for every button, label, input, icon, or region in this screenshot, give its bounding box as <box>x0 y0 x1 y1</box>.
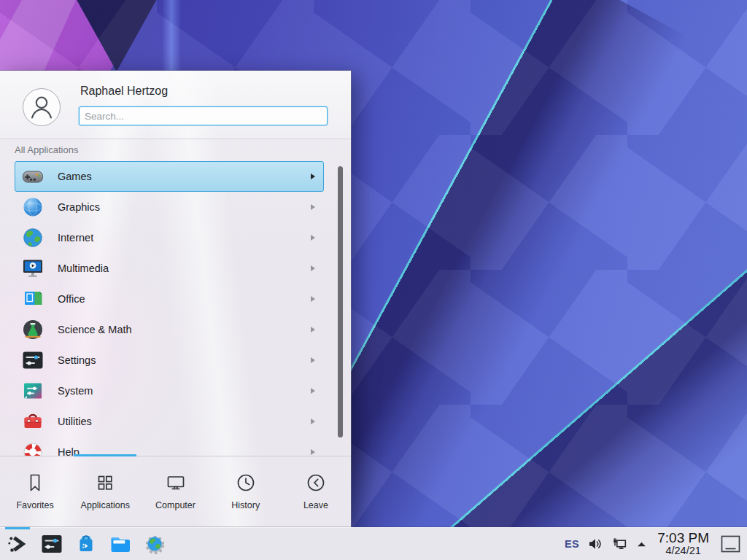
tab-label: Applications <box>81 500 130 510</box>
system-settings-button[interactable] <box>39 532 64 556</box>
submenu-arrow-icon <box>311 204 315 210</box>
category-label: Utilities <box>58 416 92 427</box>
category-label: Internet <box>58 232 93 244</box>
leave-icon <box>305 472 327 494</box>
web-browser-button[interactable] <box>142 532 167 556</box>
search-input[interactable] <box>79 106 328 125</box>
show-desktop-button[interactable] <box>721 535 740 553</box>
utilities-toolbox-icon <box>21 410 44 433</box>
launcher-header: Raphael Hertzog <box>0 71 351 139</box>
expand-tray-icon[interactable] <box>635 538 648 551</box>
science-flask-icon <box>21 318 44 341</box>
discover-button[interactable] <box>74 532 98 556</box>
submenu-arrow-icon <box>311 327 315 332</box>
keyboard-layout-indicator[interactable]: ES <box>565 538 579 550</box>
category-item-settings[interactable]: Settings <box>15 345 324 376</box>
discover-bag-icon <box>74 532 98 556</box>
application-category-list: Games Graphics Internet Multimedia Offic… <box>0 161 351 456</box>
volume-icon[interactable] <box>587 536 603 552</box>
tab-applications[interactable]: Applications <box>70 456 140 527</box>
user-name: Raphael Hertzog <box>80 85 168 98</box>
category-item-multimedia[interactable]: Multimedia <box>15 253 324 284</box>
category-item-graphics[interactable]: Graphics <box>15 192 324 222</box>
desktop-screen: Raphael Hertzog All Applications Games G… <box>0 0 747 560</box>
system-sliders-icon <box>21 379 44 402</box>
history-clock-icon <box>235 472 257 494</box>
folder-icon <box>108 532 133 556</box>
computer-icon <box>165 472 187 494</box>
clock-time: 7:03 PM <box>657 531 709 545</box>
file-manager-button[interactable] <box>108 532 133 556</box>
globe-gear-icon <box>142 532 167 556</box>
submenu-arrow-icon <box>311 265 315 271</box>
app-launcher-button[interactable] <box>5 532 30 556</box>
category-item-utilities[interactable]: Utilities <box>15 406 324 437</box>
help-lifebuoy-icon <box>21 440 44 456</box>
globe-icon <box>21 226 44 249</box>
category-item-office[interactable]: Office <box>15 284 324 314</box>
category-item-help[interactable]: Help <box>15 437 324 456</box>
tab-label: Computer <box>155 500 196 510</box>
category-item-science-math[interactable]: Science & Math <box>15 314 324 345</box>
category-label: Science & Math <box>58 324 132 335</box>
tab-label: Favorites <box>16 500 53 510</box>
category-label: Settings <box>58 354 96 366</box>
category-label: Multimedia <box>58 262 109 274</box>
submenu-arrow-icon <box>311 449 315 455</box>
taskbar-panel: ES 7:03 PM 4/24/21 <box>0 527 747 560</box>
category-label: Graphics <box>58 201 100 213</box>
category-item-internet[interactable]: Internet <box>15 222 324 253</box>
digital-clock[interactable]: 7:03 PM 4/24/21 <box>657 531 709 556</box>
submenu-arrow-icon <box>311 388 315 394</box>
taskbar-launchers <box>0 532 167 556</box>
graphics-ball-icon <box>21 195 44 219</box>
tab-label: History <box>231 500 260 510</box>
category-item-system[interactable]: System <box>15 376 324 406</box>
application-launcher-menu: Raphael Hertzog All Applications Games G… <box>0 71 351 527</box>
list-scrollbar[interactable] <box>338 166 343 438</box>
submenu-arrow-icon <box>311 296 315 302</box>
user-avatar[interactable] <box>23 88 61 126</box>
network-icon[interactable] <box>611 536 627 552</box>
submenu-arrow-icon <box>311 419 315 424</box>
tab-label: Leave <box>303 500 328 510</box>
grid-icon <box>94 472 116 494</box>
multimedia-monitor-icon <box>21 257 44 280</box>
settings-sliders-icon <box>21 349 44 372</box>
category-label: Office <box>58 293 85 305</box>
bookmark-icon <box>24 472 46 494</box>
taskbar-settings-icon <box>39 532 64 556</box>
launcher-tab-bar: Favorites Applications Computer History … <box>0 456 351 527</box>
section-label: All Applications <box>15 144 78 155</box>
kde-launcher-icon <box>5 532 30 556</box>
tab-computer[interactable]: Computer <box>140 456 210 527</box>
submenu-arrow-icon <box>311 174 315 179</box>
office-documents-icon <box>21 287 44 311</box>
category-label: System <box>58 385 93 397</box>
tab-history[interactable]: History <box>211 456 281 527</box>
system-tray: ES 7:03 PM 4/24/21 <box>565 531 747 556</box>
category-item-games[interactable]: Games <box>15 161 324 192</box>
category-label: Games <box>58 171 92 182</box>
tab-leave[interactable]: Leave <box>281 456 351 527</box>
submenu-arrow-icon <box>311 357 315 363</box>
tab-favorites[interactable]: Favorites <box>0 456 70 527</box>
clock-date: 4/24/21 <box>657 545 709 556</box>
submenu-arrow-icon <box>311 235 315 241</box>
gamepad-icon <box>21 165 44 188</box>
